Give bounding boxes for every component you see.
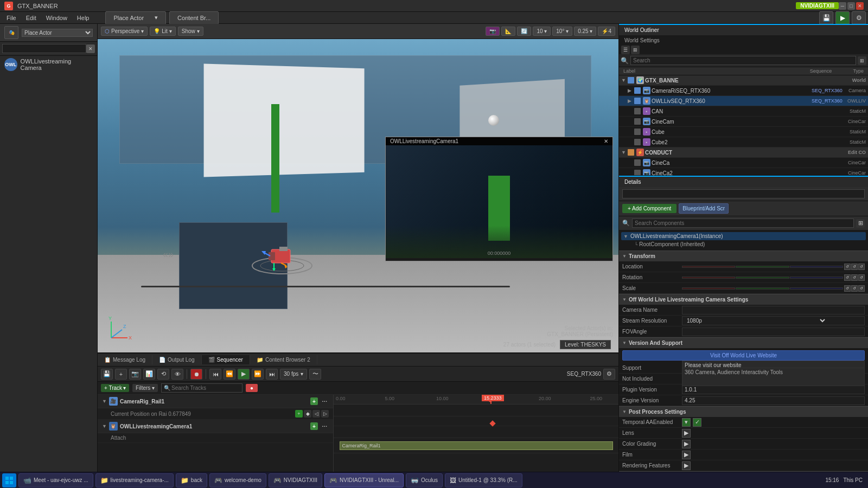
temporal-aa-toggle[interactable]: ▾ [682,418,691,427]
vis-icon-5[interactable] [634,118,641,125]
settings-btn[interactable]: ⚙ [852,11,866,24]
vis-icon-4[interactable] [634,108,641,114]
menu-file[interactable]: File [2,14,21,22]
seq-step-back-btn[interactable]: ⏪ [224,369,235,380]
outliner-item-can[interactable]: ▪ CAN StaticM [619,106,868,117]
transform-section-header[interactable]: Transform [619,251,868,261]
track-sub-prev[interactable]: ◁ [312,410,320,418]
outliner-item-cube[interactable]: ▪ Cube StaticM [619,127,868,137]
outliner-item-owl[interactable]: ▶ 🦉 OWLLivSEQ_RTX360 SEQ_RTX360 OWLLIV [619,96,868,106]
track-group-camera-rig[interactable]: ▼ 🎥 CameraRig_Rail1 + ⋯ [98,395,333,408]
viewport-snap-val[interactable]: 10 ▾ [533,27,551,36]
track-sub-next[interactable]: ▷ [321,410,329,418]
menu-window[interactable]: Window [42,14,72,22]
viewport-cam-speed[interactable]: ⚡4 [598,27,615,36]
camera-name-field-input[interactable]: OWLLivestream... [685,307,862,313]
menu-help[interactable]: Help [73,14,94,22]
taskbar-oculus[interactable]: 🥽 Oculus [406,473,443,487]
film-expand[interactable]: ▶ [682,451,691,459]
scale-x[interactable] [682,287,735,290]
stream-resolution-value[interactable]: 1080p 720p 4K [682,316,865,325]
record-button[interactable]: ● [246,384,258,392]
viewport-container[interactable]: «» X Y Z [98,39,618,352]
track-add-owl-camera[interactable]: + [310,422,318,430]
maximize-button[interactable]: □ [847,2,855,10]
tab-content-browser[interactable]: 📁 Content Browser 2 [250,355,317,364]
vis-icon-9[interactable] [634,159,641,166]
rot-reset-y[interactable]: ↺ [851,274,858,281]
fov-input[interactable]: 90.0 [685,329,791,335]
seq-settings-btn[interactable]: ⚙ [603,369,615,380]
fov-value[interactable]: 90.0 [682,328,865,336]
content-browser-dropdown[interactable]: Content Br... [169,11,219,24]
loc-reset-z[interactable]: ↺ [858,264,865,270]
vis-icon-3[interactable] [634,98,641,104]
scale-reset-z[interactable]: ↺ [858,285,865,292]
vis-icon-7[interactable] [634,139,641,145]
place-actor-dropdown[interactable]: Place Actor ▾ [105,11,166,24]
rendering-expand[interactable]: ▶ [682,461,691,470]
actor-search-input[interactable]: owl [2,44,86,53]
color-grading-expand[interactable]: ▶ [682,440,691,448]
lit-button[interactable]: 💡 Lit ▾ [150,27,176,36]
actor-list-item[interactable]: OWL OWLLivestreaming Camera [0,56,97,73]
start-button[interactable] [2,473,16,487]
loc-reset-x[interactable]: ↺ [844,264,851,270]
menu-edit[interactable]: Edit [22,14,41,22]
outliner-search-input[interactable] [630,56,856,65]
search-clear-button[interactable]: ✕ [86,44,95,53]
lens-expand[interactable]: ▶ [682,429,691,438]
seq-rewind-btn[interactable]: ⏮ [209,369,221,380]
outliner-item-camera-rig[interactable]: ▶ 📷 CameraRiSEQ_RTX360 SEQ_RTX360 Camera [619,86,868,96]
owl-settings-header[interactable]: Off World Live Livestreaming Camera Sett… [619,294,868,305]
seq-eye-btn[interactable]: 👁 [171,369,183,380]
perspective-button[interactable]: ⬡ Perspective ▾ [101,27,148,36]
preview-close[interactable]: ✕ [604,138,608,144]
vis-icon[interactable] [628,77,634,84]
outliner-item-cube2[interactable]: ▪ Cube2 StaticM [619,137,868,147]
camera-name-value[interactable]: OWLLivestream... [682,306,865,314]
track-add-camera-rig[interactable]: + [310,397,318,405]
outliner-options[interactable]: ☰ [621,46,630,54]
component-instance[interactable]: ▼ OWLLivestreamingCamera1(Instance) [621,232,866,240]
taskbar-nvidia[interactable]: 🎮 NVIDIAGTXIII [269,473,322,487]
scale-z[interactable] [790,287,843,290]
track-kebab-camera-rig[interactable]: ⋯ [320,397,329,406]
taskbar-meet[interactable]: 📹 Meet - uav-ejvc-uwz ... [18,473,93,487]
level-badge[interactable]: Level: THESKYS [560,340,611,349]
vis-icon-6[interactable] [634,129,641,135]
save-btn[interactable]: 💾 [819,11,833,24]
fps-dropdown[interactable]: 30 fps ▾ [280,369,307,380]
seq-step-fwd-btn[interactable]: ⏩ [252,369,264,380]
loc-x[interactable] [682,266,735,268]
scale-reset-x[interactable]: ↺ [844,285,851,292]
show-button[interactable]: Show ▾ [178,27,203,36]
add-track-button[interactable]: + Track ▾ [101,384,129,392]
seq-save-btn[interactable]: 💾 [101,369,113,380]
tab-world-settings[interactable]: World Settings [619,35,868,46]
taskbar-welcome[interactable]: 🎮 welcome-demo [209,473,266,487]
add-component-button[interactable]: + Add Component [622,204,676,213]
search-tracks-input[interactable] [171,385,240,391]
seq-add-btn[interactable]: + [115,369,127,380]
rot-x[interactable] [682,277,735,279]
seq-play-btn[interactable]: ▶ [238,369,250,380]
track-kebab-owl[interactable]: ⋯ [320,422,329,431]
outliner-item-gtx[interactable]: ▼ 🌍 GTX_BANNE World [619,75,868,86]
minimize-button[interactable]: ─ [839,2,846,10]
viewport-rot-val[interactable]: 10° ▾ [552,27,572,36]
rot-reset-z[interactable]: ↺ [858,274,865,281]
seq-camera-btn[interactable]: 📷 [129,369,141,380]
seq-record-btn[interactable]: ⏺ [190,369,202,380]
outliner-item-cineca[interactable]: 📷 CineCa CineCar [619,158,868,168]
taskbar-back[interactable]: 📁 back [176,473,207,487]
stream-resolution-select[interactable]: 1080p 720p 4K [685,317,827,324]
rot-reset-x[interactable]: ↺ [844,274,851,281]
loc-z[interactable] [790,266,843,268]
play-btn[interactable]: ▶ [835,11,850,24]
rot-z[interactable] [790,277,843,279]
track-sub-position[interactable]: Current Position on Rai 0.677849 + ◆ ◁ ▷ [98,408,333,420]
viewport-tool-3[interactable]: 🔄 [517,27,531,36]
vis-icon-2[interactable] [634,87,641,94]
visit-website-button[interactable]: Visit Off World Live Website [622,350,865,361]
